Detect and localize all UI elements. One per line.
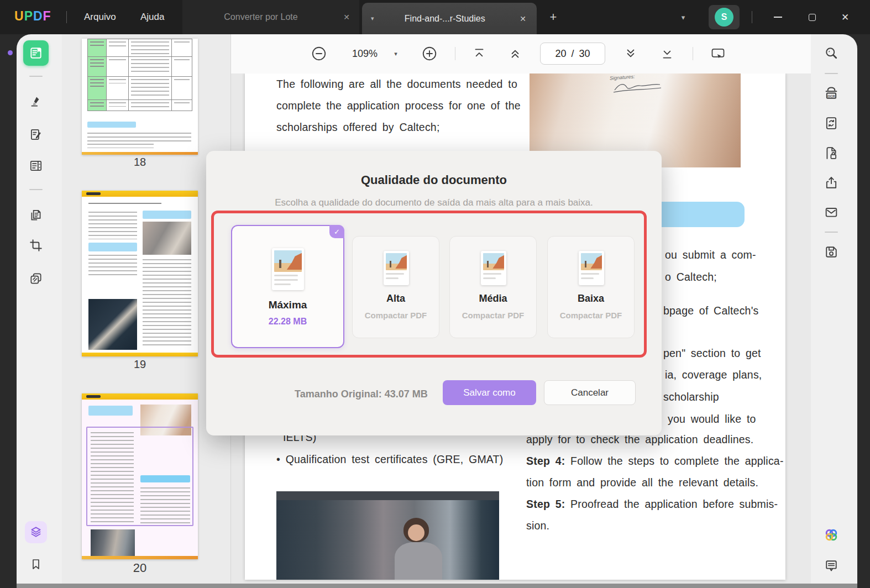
bookmarks-button[interactable] — [25, 553, 47, 575]
quality-preview-image — [579, 251, 604, 285]
tab-converter-por-lote[interactable]: Converter por Lote ✕ — [182, 0, 359, 34]
dialog-subtitle: Escolha a qualidade do documento de saíd… — [206, 197, 662, 208]
tab-close-icon[interactable]: ✕ — [339, 10, 354, 24]
window-right-edge — [857, 0, 870, 588]
page-number-input[interactable]: 20/30 — [540, 43, 605, 65]
quality-option-media[interactable]: Média Compactar PDF — [449, 236, 537, 338]
close-button[interactable]: ✕ — [836, 8, 855, 27]
menu-ajuda[interactable]: Ajuda — [130, 0, 174, 34]
photo-figure-body — [395, 542, 442, 580]
quality-option-alta[interactable]: Alta Compactar PDF — [352, 236, 439, 338]
total-pages: 30 — [579, 48, 590, 60]
convert-pages-button[interactable] — [23, 202, 49, 228]
sidebar-divider — [825, 232, 838, 233]
pages-copy-icon — [29, 208, 43, 222]
zoom-in-button[interactable] — [420, 44, 439, 64]
tab-find-and-studies[interactable]: ▾ Find-and-...r-Studies ✕ — [362, 3, 537, 34]
layers-icon — [29, 525, 43, 539]
annotate-tool-button[interactable] — [23, 88, 49, 114]
tab-close-icon[interactable]: ✕ — [516, 12, 530, 26]
toolbar-divider — [455, 47, 455, 60]
ai-assistant-button[interactable] — [821, 525, 841, 545]
zoom-dropdown-icon[interactable]: ▾ — [390, 49, 402, 59]
zoom-in-icon — [421, 45, 438, 62]
quality-option-baixa[interactable]: Baixa Compactar PDF — [547, 236, 635, 338]
cancel-button[interactable]: Cancelar — [544, 380, 636, 405]
thumb-heading-highlight — [140, 475, 190, 482]
thumb-text — [88, 255, 137, 277]
convert-pdf-button[interactable] — [821, 113, 841, 133]
quality-name: Alta — [353, 293, 439, 305]
crop-button[interactable] — [23, 233, 49, 258]
thumb-heading-highlight — [88, 243, 137, 251]
doc-fragment: ou submit a com- — [665, 249, 756, 261]
doc-bullet-line: • Qualification test certificates (GRE, … — [276, 453, 503, 466]
layers-panel-button[interactable] — [25, 521, 47, 543]
first-page-button[interactable] — [469, 44, 489, 64]
share-button[interactable] — [821, 173, 841, 193]
thumb-heading-highlight — [143, 211, 191, 219]
sidebar-divider — [825, 73, 838, 74]
selected-check-badge: ✓ — [329, 225, 344, 238]
photo-figure-face — [408, 524, 424, 541]
search-icon — [824, 45, 839, 61]
chevron-down-icon[interactable]: ▾ — [675, 12, 691, 22]
thumb-logo — [86, 395, 101, 398]
zoom-out-button[interactable] — [309, 44, 329, 64]
quality-name: Média — [450, 293, 536, 305]
maximize-button[interactable] — [803, 8, 821, 27]
email-button[interactable] — [821, 202, 841, 222]
thumbnail-page-20-current[interactable] — [82, 393, 198, 559]
last-page-button[interactable] — [657, 44, 677, 64]
mail-icon — [824, 204, 839, 220]
next-page-button[interactable] — [621, 44, 641, 64]
search-button[interactable] — [821, 43, 841, 63]
ocr-label: OCR — [827, 95, 835, 98]
edit-pdf-button[interactable] — [23, 122, 49, 148]
avatar: S — [715, 8, 733, 27]
save-as-button[interactable]: Salvar como — [443, 380, 536, 405]
thumbnail-page-18[interactable] — [82, 39, 198, 155]
sidebar-divider — [29, 189, 43, 190]
library-photo — [276, 491, 499, 580]
app-window: UPDF Arquivo Ajuda Converter por Lote ✕ … — [0, 0, 870, 588]
thumb-photo — [143, 222, 191, 255]
quality-detail: Compactar PDF — [353, 311, 439, 320]
quality-detail: Compactar PDF — [450, 311, 536, 320]
step-label: Step 5: — [526, 498, 565, 510]
presentation-button[interactable] — [708, 44, 728, 64]
crop-icon — [29, 238, 43, 253]
presentation-icon — [710, 46, 726, 61]
quality-option-maxima[interactable]: ✓ Máxima 22.28 MB — [231, 225, 344, 348]
menu-arquivo[interactable]: Arquivo — [74, 0, 126, 34]
thumb-footer-bar — [82, 353, 198, 356]
new-tab-button[interactable]: + — [545, 10, 562, 24]
doc-step-line: Step 5: Proofread the application before… — [526, 498, 778, 511]
titlebar-divider — [752, 11, 752, 23]
thumbnail-label-20: 20 — [82, 561, 198, 575]
step-text: Proofread the application before submis- — [565, 498, 778, 510]
organize-pages-button[interactable] — [23, 153, 49, 179]
thumb-text — [88, 212, 137, 239]
organize-pages-icon — [29, 159, 43, 173]
titlebar: UPDF Arquivo Ajuda Converter por Lote ✕ … — [0, 0, 870, 34]
comment-icon — [824, 558, 839, 574]
save-button[interactable] — [821, 242, 841, 262]
ocr-button[interactable]: OCR — [821, 83, 841, 103]
tab-label: Find-and-...r-Studies — [374, 14, 516, 24]
doc-paragraph-line: complete the application process for one… — [276, 99, 521, 112]
comments-button[interactable] — [821, 556, 841, 576]
updf-logo[interactable]: UPDF — [14, 9, 51, 24]
account-button[interactable]: S — [709, 5, 740, 29]
zoom-level-value[interactable]: 109% — [346, 48, 384, 60]
doc-fragment: you would like to — [668, 413, 756, 426]
previous-page-button[interactable] — [505, 44, 525, 64]
minimize-button[interactable] — [768, 8, 787, 27]
toolbar-divider — [693, 47, 693, 60]
reader-mode-button[interactable] — [23, 40, 49, 66]
protect-pdf-button[interactable] — [821, 143, 841, 163]
maximize-icon — [809, 14, 816, 21]
extract-pages-button[interactable] — [23, 266, 49, 291]
thumb-photo — [91, 529, 135, 559]
thumbnail-page-19[interactable] — [82, 191, 198, 356]
